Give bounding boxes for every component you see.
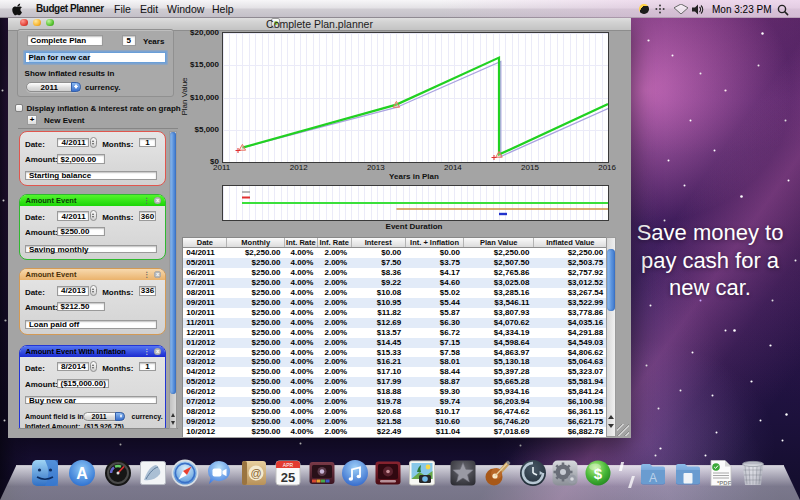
svg-text:APR: APR [282,462,293,468]
svg-text:A: A [648,471,656,485]
svg-text:25: 25 [280,470,294,485]
svg-text:$: $ [593,465,602,482]
svg-text:@: @ [250,467,261,479]
svg-text:*PDF: *PDF [717,480,732,486]
svg-text:A: A [76,465,88,482]
